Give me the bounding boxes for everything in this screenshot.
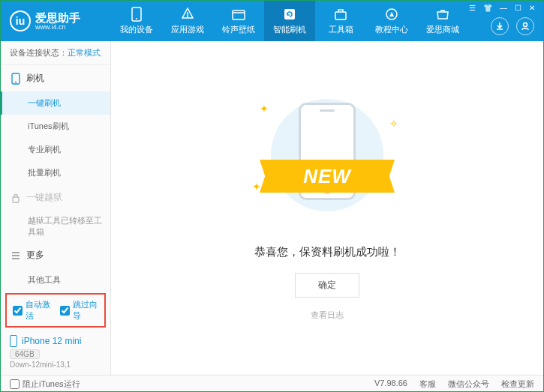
checkbox-block-itunes[interactable]: 阻止iTunes运行	[10, 379, 80, 390]
logo-icon: iu	[10, 10, 31, 31]
jailbreak-moved-note: 越狱工具已转移至工具箱	[1, 211, 110, 242]
sidebar-section-flash[interactable]: 刷机	[1, 65, 110, 91]
app-header: iu 爱思助手 www.i4.cn 我的设备 应用游戏 铃声壁纸 智能刷机 工具…	[1, 1, 543, 41]
compass-icon	[384, 7, 399, 22]
nav-ringtones[interactable]: 铃声壁纸	[213, 1, 264, 41]
sparkle-icon: ✦	[252, 181, 261, 193]
nav-apps[interactable]: 应用游戏	[162, 1, 213, 41]
sidebar-item-batch-flash[interactable]: 批量刷机	[1, 161, 110, 184]
status-bar: 阻止iTunes运行 V7.98.66 客服 微信公众号 检查更新	[1, 375, 543, 392]
skin-icon[interactable]: 👕	[481, 4, 494, 12]
checkbox-skip-guide[interactable]: 跳过向导	[60, 299, 98, 322]
svg-point-6	[524, 23, 527, 27]
nav-store[interactable]: 爱思商城	[417, 1, 468, 41]
connection-status: 设备连接状态：正常模式	[1, 41, 110, 65]
sparkle-icon: ✧	[389, 118, 398, 130]
main-content: ✦ ✧ ✦ NEW 恭喜您，保资料刷机成功啦！ 确定 查看日志	[111, 41, 543, 375]
window-controls: ☰ 👕 — ☐ ✕	[467, 4, 537, 12]
nav-my-device[interactable]: 我的设备	[111, 1, 162, 41]
sidebar: 设备连接状态：正常模式 刷机 一键刷机 iTunes刷机 专业刷机 批量刷机 一…	[1, 41, 111, 375]
view-log-link[interactable]: 查看日志	[311, 310, 344, 321]
svg-rect-2	[233, 10, 245, 19]
app-name: 爱思助手	[35, 12, 80, 23]
check-update-link[interactable]: 检查更新	[501, 379, 534, 390]
sidebar-section-more[interactable]: 更多	[1, 242, 110, 268]
svg-point-8	[15, 81, 17, 82]
confirm-button[interactable]: 确定	[295, 273, 359, 298]
version-label: V7.98.66	[374, 379, 407, 390]
sidebar-item-itunes-flash[interactable]: iTunes刷机	[1, 115, 110, 138]
sparkle-icon: ✦	[260, 103, 269, 115]
nav-tutorials[interactable]: 教程中心	[366, 1, 417, 41]
nav-toolbox[interactable]: 工具箱	[315, 1, 366, 41]
connected-device[interactable]: iPhone 12 mini 64GB Down-12mini-13,1	[1, 329, 110, 375]
phone-icon	[129, 7, 144, 22]
minimize-icon[interactable]: —	[497, 4, 509, 12]
success-message: 恭喜您，保资料刷机成功啦！	[254, 245, 401, 259]
sidebar-item-other-tools[interactable]: 其他工具	[1, 268, 110, 292]
user-button[interactable]	[516, 17, 534, 35]
new-ribbon: NEW	[260, 160, 395, 193]
store-icon	[435, 7, 450, 22]
svg-rect-4	[335, 12, 346, 19]
apps-icon	[180, 7, 195, 22]
main-nav: 我的设备 应用游戏 铃声壁纸 智能刷机 工具箱 教程中心 爱思商城	[111, 1, 468, 41]
svg-rect-3	[284, 9, 295, 19]
device-model-info: Down-12mini-13,1	[10, 361, 101, 369]
close-icon[interactable]: ✕	[527, 4, 537, 12]
success-illustration: ✦ ✧ ✦ NEW	[252, 95, 402, 230]
nav-flash[interactable]: 智能刷机	[264, 1, 315, 41]
checkbox-auto-activate[interactable]: 自动激活	[13, 299, 51, 322]
customer-service-link[interactable]: 客服	[419, 379, 436, 390]
device-name: iPhone 12 mini	[10, 335, 101, 347]
download-button[interactable]	[491, 17, 509, 35]
toolbox-icon	[333, 7, 348, 22]
refresh-icon	[282, 7, 297, 22]
options-highlight-box: 自动激活 跳过向导	[5, 293, 106, 328]
sidebar-item-pro-flash[interactable]: 专业刷机	[1, 138, 110, 161]
sidebar-section-jailbreak[interactable]: 一键越狱	[1, 184, 110, 211]
menu-icon[interactable]: ☰	[467, 4, 478, 12]
wechat-link[interactable]: 微信公众号	[448, 379, 489, 390]
svg-rect-9	[13, 197, 19, 202]
svg-point-1	[136, 18, 137, 19]
maximize-icon[interactable]: ☐	[512, 4, 524, 12]
folder-icon	[231, 7, 246, 22]
sidebar-item-oneclick-flash[interactable]: 一键刷机	[1, 91, 110, 115]
app-logo: iu 爱思助手 www.i4.cn	[1, 10, 111, 31]
device-storage: 64GB	[10, 349, 40, 359]
app-url: www.i4.cn	[35, 23, 80, 31]
